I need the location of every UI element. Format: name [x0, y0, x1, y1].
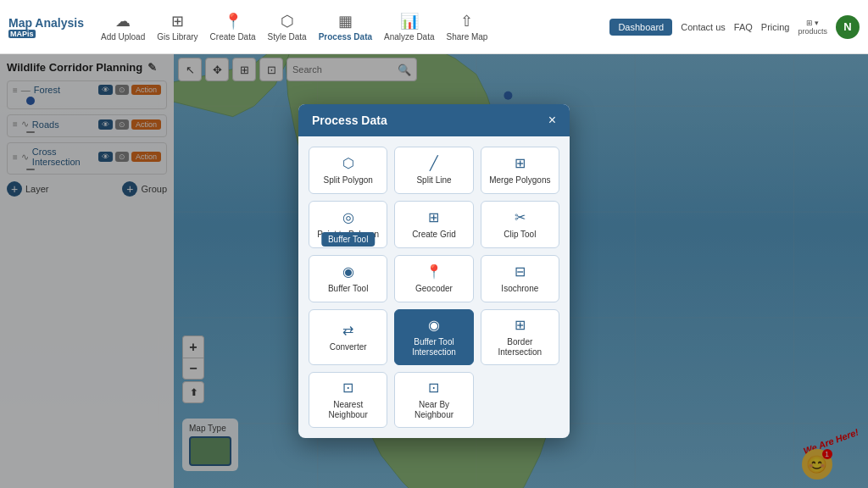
gis-library-icon: ⊞ [171, 12, 184, 30]
nav-analyze-data[interactable]: 📊 Analyze Data [384, 12, 434, 42]
dashboard-button[interactable]: Dashboard [609, 19, 672, 36]
isochrone-icon: ⊟ [515, 263, 526, 280]
split-line-icon: ╱ [430, 155, 438, 171]
tool-split-polygon[interactable]: ⬡ Split Polygon [309, 147, 387, 194]
products-label: products [798, 27, 827, 36]
nav-style-data[interactable]: ⬡ Style Data [268, 12, 307, 42]
nav-add-upload-label: Add Upload [101, 32, 145, 42]
nav-process-data-label: Process Data [319, 32, 372, 42]
near-by-neighbour-label: Near By Neighbour [400, 400, 467, 420]
nav-items: ☁ Add Upload ⊞ Gis Library 📍 Create Data… [101, 12, 609, 42]
process-data-modal: Process Data × ⬡ Split Polygon ╱ Split L… [298, 104, 570, 438]
modal-body: ⬡ Split Polygon ╱ Split Line ⊞ Merge Pol… [298, 136, 570, 438]
merge-polygons-label: Merge Polygons [489, 175, 550, 186]
nav-gis-library-label: Gis Library [157, 32, 198, 42]
nearest-neighbour-label: Nearest Neighbour [314, 400, 381, 420]
user-avatar[interactable]: N [836, 15, 860, 39]
nav-create-data[interactable]: 📍 Create Data [210, 12, 256, 42]
process-data-icon: ▦ [338, 12, 353, 30]
style-data-icon: ⬡ [281, 12, 294, 30]
tool-geocoder[interactable]: 📍 Geocoder [394, 255, 473, 302]
buffer-tool-label: Buffer Tool [328, 284, 368, 294]
clip-tool-icon: ✂ [515, 209, 526, 225]
tool-near-by-neighbour[interactable]: ⊡ Near By Neighbour [394, 372, 473, 428]
point-to-polygon-icon: ◎ [342, 209, 354, 225]
nav-style-data-label: Style Data [268, 32, 307, 42]
create-grid-icon: ⊞ [428, 209, 439, 225]
isochrone-label: Isochrone [501, 284, 538, 294]
brand: Map Analysis MAPis [8, 16, 84, 38]
nav-process-data[interactable]: ▦ Process Data [319, 12, 372, 42]
analyze-data-icon: 📊 [400, 12, 419, 30]
converter-icon: ⇄ [342, 322, 353, 338]
tool-buffer-tool-intersection[interactable]: ◉ Buffer Tool Intersection [394, 309, 473, 365]
split-polygon-label: Split Polygon [323, 175, 372, 186]
tool-isochrone[interactable]: ⊟ Isochrone [481, 255, 559, 302]
split-polygon-icon: ⬡ [342, 155, 354, 171]
tool-border-intersection[interactable]: ⊞ Border Intersection [481, 309, 559, 365]
brand-title: Map Analysis [8, 16, 84, 30]
create-data-icon: 📍 [224, 12, 242, 30]
split-line-label: Split Line [416, 175, 451, 186]
modal-close-button[interactable]: × [548, 113, 556, 128]
nearest-neighbour-icon: ⊡ [342, 380, 353, 396]
tool-create-grid[interactable]: ⊞ Create Grid [394, 201, 473, 248]
products-icon: ⊞ ▾ [806, 19, 820, 27]
tool-split-line[interactable]: ╱ Split Line [394, 147, 473, 194]
create-grid-label: Create Grid [412, 230, 456, 240]
faq-link[interactable]: FAQ [734, 22, 753, 32]
tool-converter[interactable]: ⇄ Converter [309, 309, 387, 365]
top-nav: Map Analysis MAPis ☁ Add Upload ⊞ Gis Li… [0, 0, 868, 54]
buffer-intersection-icon: ◉ [428, 317, 440, 333]
border-intersection-label: Border Intersection [487, 337, 554, 358]
nav-add-upload[interactable]: ☁ Add Upload [101, 12, 145, 42]
nav-analyze-data-label: Analyze Data [384, 32, 434, 42]
clip-tool-label: Clip Tool [504, 230, 536, 240]
near-by-neighbour-icon: ⊡ [428, 380, 439, 396]
tool-nearest-neighbour[interactable]: ⊡ Nearest Neighbour [309, 372, 387, 428]
share-map-icon: ⇧ [460, 12, 473, 30]
nav-share-map-label: Share Map [447, 32, 488, 42]
buffer-tool-icon: ◉ [342, 263, 354, 280]
tool-buffer-tool[interactable]: ◉ Buffer Tool Buffer Tool [309, 255, 387, 302]
buffer-intersection-label: Buffer Tool Intersection [400, 337, 467, 358]
point-to-polygon-label: Point to Polygon [317, 230, 379, 240]
geocoder-icon: 📍 [426, 263, 442, 280]
modal-title: Process Data [312, 114, 387, 127]
contact-link[interactable]: Contact us [681, 22, 726, 32]
modal-header: Process Data × [298, 104, 570, 136]
map-container: Wildlife Corridor Planning ✎ ≡ — Forest … [0, 54, 868, 488]
nav-gis-library[interactable]: ⊞ Gis Library [157, 12, 198, 42]
converter-label: Converter [330, 342, 367, 352]
merge-polygons-icon: ⊞ [515, 155, 526, 171]
add-upload-icon: ☁ [115, 12, 131, 30]
border-intersection-icon: ⊞ [515, 317, 526, 333]
brand-sub: MAPis [8, 30, 36, 38]
tool-point-to-polygon[interactable]: ◎ Point to Polygon [309, 201, 387, 248]
products-menu[interactable]: ⊞ ▾ products [798, 19, 827, 36]
tool-merge-polygons[interactable]: ⊞ Merge Polygons [481, 147, 559, 194]
modal-overlay: Process Data × ⬡ Split Polygon ╱ Split L… [0, 54, 868, 488]
pricing-link[interactable]: Pricing [761, 22, 790, 32]
tool-clip-tool[interactable]: ✂ Clip Tool [481, 201, 559, 248]
nav-create-data-label: Create Data [210, 32, 256, 42]
nav-right: Dashboard Contact us FAQ Pricing ⊞ ▾ pro… [609, 15, 860, 39]
geocoder-label: Geocoder [415, 284, 453, 294]
nav-share-map[interactable]: ⇧ Share Map [447, 12, 488, 42]
